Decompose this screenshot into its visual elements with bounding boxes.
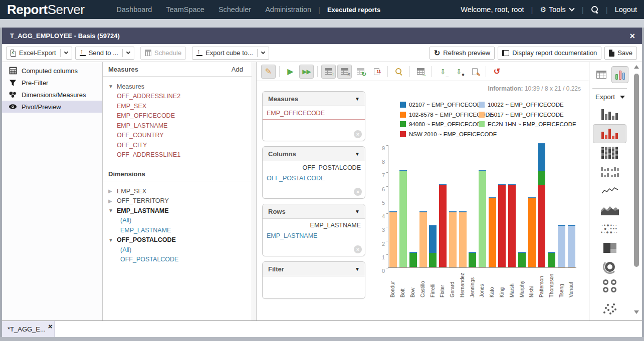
chart-type-small-multiples[interactable] [593, 162, 626, 181]
send-to-button[interactable]: Send to ... [75, 47, 134, 60]
export-cube-button[interactable]: Export cube to... [192, 47, 269, 60]
fields-panel-scrollbar[interactable] [252, 62, 256, 320]
bar-jones[interactable] [479, 170, 486, 267]
app-logo[interactable]: ReportServer [7, 2, 84, 18]
measure-field[interactable]: OFF_ADDRESSLINE2 [117, 93, 180, 100]
bar-castillo[interactable] [419, 211, 427, 267]
menu-scheduler[interactable]: Scheduler [219, 6, 251, 14]
download-data-button[interactable]: ⇩● [452, 65, 466, 79]
scroll-up-arrow[interactable] [634, 65, 639, 69]
mdx-view-button[interactable]: 11 [369, 65, 384, 79]
bar-king[interactable] [498, 184, 506, 267]
chart-type-scatter[interactable] [593, 295, 626, 320]
menu-administration[interactable]: Administration [265, 6, 311, 14]
dimension-level[interactable]: EMP_LASTNAME [120, 227, 171, 234]
bar-kato[interactable] [489, 197, 496, 267]
menu-teamspace[interactable]: TeamSpace [166, 6, 204, 14]
run-all-button[interactable]: ▶▶ [299, 65, 314, 79]
export-dropdown[interactable]: Export [595, 93, 625, 101]
dropzone-header[interactable]: Columns▼ [263, 147, 365, 161]
edit-report-button[interactable]: ✎ [468, 65, 482, 79]
bar-firrelli[interactable] [429, 225, 437, 267]
bar-bow[interactable] [409, 252, 417, 267]
dropzone-header[interactable]: Measures▼ [263, 92, 365, 106]
dropzone-header[interactable]: Filter▼ [263, 262, 365, 276]
bar-murphy[interactable] [518, 252, 526, 267]
measures-root-node[interactable]: ▼Measures [103, 82, 256, 92]
bar-nishi[interactable] [528, 197, 536, 267]
refresh-preview-button[interactable]: ↻ Refresh preview [430, 47, 495, 60]
bar-marsh[interactable] [508, 184, 516, 267]
add-measure-button[interactable]: Add [232, 66, 243, 73]
dimension-level[interactable]: (All) [120, 246, 131, 253]
search-icon[interactable] [591, 6, 599, 14]
dimension-level[interactable]: (All) [120, 217, 131, 224]
dimension-level[interactable]: OFF_POSTALCODE [120, 256, 178, 263]
bar-jennings[interactable] [469, 252, 476, 267]
bar-bott[interactable] [399, 170, 407, 267]
table-clear-button[interactable]: × [337, 65, 352, 79]
caret-expanded-icon[interactable]: ▼ [108, 208, 114, 213]
tools-menu[interactable]: ⚙Tools [540, 6, 565, 14]
sidebar-item-pre-filter[interactable]: Pre-Filter [2, 77, 102, 89]
bar-thompson[interactable] [548, 252, 555, 267]
measure-field[interactable]: EMP_LASTNAME [117, 122, 167, 129]
download-result-button[interactable]: ⇩_ [436, 65, 450, 79]
remove-field-icon[interactable]: × [354, 130, 362, 138]
bar-fixter[interactable] [439, 184, 447, 267]
logout-link[interactable]: Logout [615, 6, 637, 14]
dropzone-field[interactable]: OFF_POSTALCODE [263, 172, 365, 184]
chart-type-treemap[interactable] [593, 238, 626, 257]
chevron-down-icon[interactable] [569, 6, 574, 11]
bar-vanauf[interactable] [568, 225, 575, 267]
bar-tseng[interactable] [558, 225, 565, 267]
search-button[interactable] [391, 65, 406, 79]
table-import-button[interactable]: ↑ [321, 65, 336, 79]
remove-field-icon[interactable]: × [354, 245, 362, 253]
chart-type-full-stacked[interactable] [593, 143, 626, 162]
bar-patterson[interactable] [538, 143, 545, 267]
chart-type-line[interactable] [593, 181, 626, 200]
dropzone-field[interactable]: EMP_LASTNAME [263, 230, 365, 242]
scroll-down-arrow[interactable] [634, 310, 639, 314]
run-query-button[interactable]: ▶ [283, 65, 298, 79]
bar-hernandez[interactable] [459, 211, 467, 267]
table-refresh-button[interactable]: ↻ [353, 65, 368, 79]
chart-type-dot-matrix[interactable]: ·•●•···●·••••·●●·· [593, 219, 626, 238]
sidebar-item-dimensions-measures[interactable]: Dimensions/Measures [2, 89, 102, 101]
dimension-node[interactable]: OFF_POSTALCODE [117, 236, 176, 243]
reset-button[interactable]: ↺ [490, 65, 504, 79]
chart-view-toggle[interactable] [611, 66, 628, 83]
bar-bondur[interactable] [389, 211, 397, 267]
caret-collapsed-icon[interactable]: ▶ [108, 188, 114, 194]
chart-type-bar[interactable] [593, 105, 626, 124]
chart-type-bar-stacked-selected[interactable] [593, 124, 626, 143]
dimension-node[interactable]: OFF_TERRITORY [117, 197, 169, 204]
display-documentation-button[interactable]: Display report documentation [498, 47, 601, 60]
measure-field[interactable]: OFF_COUNTRY [117, 132, 164, 139]
tab-close-icon[interactable]: × [48, 322, 53, 330]
caret-expanded-icon[interactable]: ▼ [108, 84, 114, 89]
save-button[interactable]: Save [604, 47, 637, 60]
caret-expanded-icon[interactable]: ▼ [108, 237, 114, 243]
chart-type-area[interactable] [593, 200, 626, 219]
chart-type-donut[interactable] [593, 257, 626, 276]
measure-field[interactable]: OFF_CITY [117, 142, 147, 149]
menu-dashboard[interactable]: Dashboard [116, 6, 152, 14]
main-scrollbar[interactable] [632, 63, 640, 316]
scrollbar-thumb[interactable] [634, 74, 639, 267]
sidebar-item-pivot-preview[interactable]: Pivot/Preview [2, 101, 102, 113]
close-icon[interactable]: × [629, 32, 635, 41]
excel-export-button[interactable]: Excel-Export [6, 47, 72, 60]
measure-field[interactable]: EMP_OFFICECODE [117, 112, 175, 119]
dimension-node[interactable]: EMP_LASTNAME [117, 207, 168, 214]
dropzone-field[interactable]: EMP_OFFICECODE [263, 106, 365, 120]
table-view-toggle[interactable] [593, 66, 610, 83]
table-export-button[interactable]: → [413, 65, 428, 79]
dimension-node[interactable]: EMP_SEX [117, 188, 146, 195]
menu-executed-reports[interactable]: Executed reports [327, 6, 380, 14]
edit-pencil-button[interactable]: ✎ [261, 65, 276, 79]
caret-collapsed-icon[interactable]: ▶ [108, 198, 114, 204]
chart-type-multi-donut[interactable] [593, 276, 626, 295]
dropzone-header[interactable]: Rows▼ [263, 204, 365, 219]
